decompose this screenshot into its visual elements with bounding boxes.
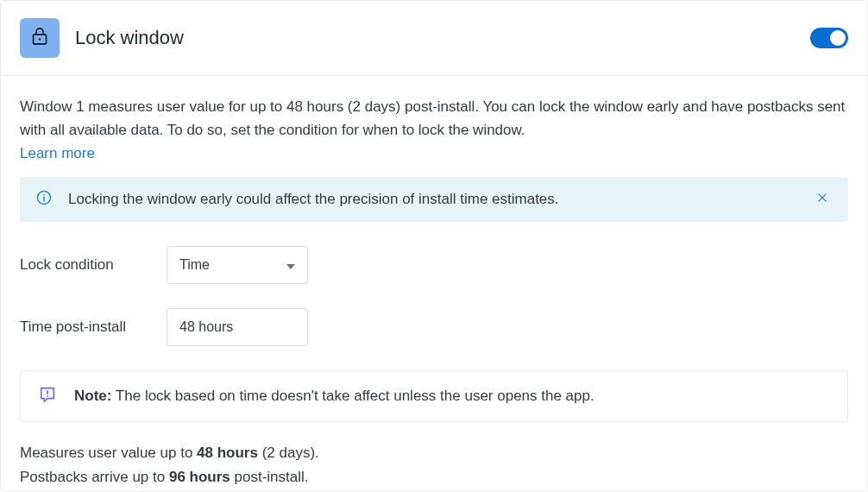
summary-text: Measures user value up to (20, 445, 197, 461)
time-post-install-label: Time post-install (20, 319, 167, 336)
info-alert: Locking the window early could affect th… (20, 177, 848, 222)
note-box: Note: The lock based on time doesn't tak… (20, 370, 848, 422)
note-prefix: Note: (74, 388, 111, 404)
svg-point-1 (39, 38, 41, 41)
learn-more-link[interactable]: Learn more (20, 142, 95, 165)
note-body: The lock based on time doesn't take affe… (111, 388, 594, 404)
panel-title: Lock window (75, 27, 810, 49)
summary-value: 96 hours (169, 469, 230, 485)
info-icon (35, 189, 53, 210)
time-post-install-row: Time post-install 48 hours (20, 308, 848, 346)
time-post-install-input[interactable]: 48 hours (167, 308, 308, 346)
lock-condition-label: Lock condition (20, 256, 167, 274)
note-icon (38, 385, 57, 407)
lock-window-panel: Lock window Window 1 measures user value… (0, 0, 868, 492)
chevron-down-icon (286, 257, 295, 273)
summary-text: post-install. (230, 469, 309, 485)
description-text: Window 1 measures user value for up to 4… (20, 95, 848, 142)
toggle-knob (830, 30, 846, 46)
lock-condition-row: Lock condition Time (20, 246, 848, 284)
svg-point-4 (43, 194, 45, 196)
lock-condition-select[interactable]: Time (167, 246, 308, 284)
svg-point-8 (47, 395, 48, 397)
panel-header: Lock window (1, 1, 867, 76)
summary-text: (2 days). (258, 445, 319, 461)
lock-condition-value: Time (179, 257, 210, 273)
enable-toggle[interactable] (810, 28, 848, 48)
panel-body: Window 1 measures user value for up to 4… (1, 76, 867, 492)
summary-line-1: Measures user value up to 48 hours (2 da… (20, 441, 848, 465)
summary-value: 48 hours (197, 445, 258, 461)
lock-icon-tile (20, 18, 60, 58)
summary-line-2: Postbacks arrive up to 96 hours post-ins… (20, 465, 848, 489)
summary-text: Postbacks arrive up to (20, 469, 169, 485)
time-post-install-value: 48 hours (179, 319, 233, 335)
info-alert-text: Locking the window early could affect th… (68, 191, 812, 208)
note-text: Note: The lock based on time doesn't tak… (74, 388, 594, 405)
summary-block: Measures user value up to 48 hours (2 da… (20, 441, 848, 489)
lock-icon (29, 26, 50, 50)
info-alert-close-button[interactable] (812, 189, 833, 210)
close-icon (816, 192, 828, 207)
